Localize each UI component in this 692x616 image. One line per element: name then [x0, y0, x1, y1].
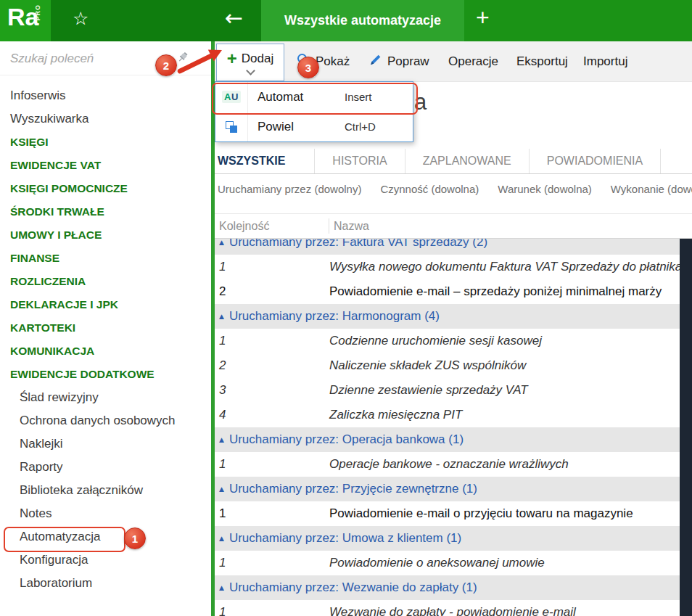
filter-warunek-dowolna[interactable]: Warunek (dowolna)	[498, 183, 592, 195]
toolbar-button-label: Operacje	[448, 54, 498, 69]
sidebar-item-komunikacja[interactable]: KOMUNIKACJA	[0, 340, 211, 363]
cell-kolejnosc: 1	[215, 329, 329, 353]
topbar-right-area	[464, 0, 692, 41]
grid-body: ▲Uruchamiany przez: Faktura VAT sprzedaż…	[215, 239, 692, 616]
group-label: Uruchamiany przez: Wezwanie do zapłaty (…	[229, 580, 477, 594]
automation-row[interactable]: 3Dzienne zestawienie sprzedaży VAT	[215, 378, 692, 403]
toolbar-button-importuj[interactable]: Importuj	[583, 41, 627, 81]
group-label: Uruchamiany przez: Operacja bankowa (1)	[229, 432, 464, 446]
sidebar-item-umowy-i-płace[interactable]: UMOWY I PŁACE	[0, 223, 211, 247]
filter-uruchamiany-przez-dowolny[interactable]: Uruchamiany przez (dowolny)	[218, 183, 361, 195]
sidebar-item-ochrona-danych-osobowych[interactable]: Ochrona danych osobowych	[0, 409, 211, 432]
menu-item-powiel[interactable]: PowielCtrl+D	[215, 112, 413, 141]
sidebar-item-rozliczenia[interactable]: ROZLICZENIA	[0, 270, 211, 293]
new-tab-button[interactable]: +	[476, 4, 490, 31]
cell-nazwa: Operacje bankowe - oznaczanie wrażliwych	[329, 457, 569, 471]
sidebar-item-księgi-pomocnicze[interactable]: KSIĘGI POMOCNICZE	[0, 177, 211, 200]
menu-item-shortcut: Insert	[345, 91, 372, 103]
filter-wykonanie-dowolne[interactable]: Wykonanie (dowolne)	[611, 183, 692, 195]
automation-row[interactable]: 2Naliczenie składek ZUS wspólników	[215, 353, 692, 378]
menu-item-label: Automat	[258, 90, 345, 104]
favorites-star-icon[interactable]: ☆	[73, 8, 88, 29]
group-row-uruchamiany-przez-umowa-z-klientem-1[interactable]: ▲Uruchamiany przez: Umowa z klientem (1)	[215, 526, 692, 551]
cell-nazwa: Wysyłka nowego dokumentu Faktura VAT Spr…	[329, 260, 682, 274]
menu-item-automat[interactable]: AUAutomatInsert	[215, 82, 413, 112]
view-tab-historia[interactable]: HISTORIA	[315, 149, 405, 173]
automation-row[interactable]: 1Operacje bankowe - oznaczanie wrażliwyc…	[215, 452, 692, 477]
cell-nazwa: Powiadomienie o aneksowanej umowie	[329, 556, 545, 570]
sidebar-item-środki-trwałe[interactable]: ŚRODKI TRWAŁE	[0, 200, 211, 223]
sidebar-item-infoserwis[interactable]: Infoserwis	[0, 84, 211, 107]
sidebar-item-konfiguracja[interactable]: Konfiguracja	[0, 549, 211, 572]
automation-row[interactable]: 1Wysyłka nowego dokumentu Faktura VAT Sp…	[215, 255, 692, 279]
automat-icon-letter-u: U	[231, 91, 239, 102]
annotation-badge-1: 1	[124, 527, 146, 549]
grid-header: Kolejność Nazwa	[215, 213, 692, 239]
collapse-triangle-icon: ▲	[219, 239, 224, 255]
sidebar-item-deklaracje-i-jpk[interactable]: DEKLARACJE I JPK	[0, 293, 211, 316]
sidebar-item-ewidencje-dodatkowe[interactable]: EWIDENCJE DODATKOWE	[0, 363, 211, 386]
group-row-uruchamiany-przez-operacja-bankowa-1[interactable]: ▲Uruchamiany przez: Operacja bankowa (1)	[215, 427, 692, 452]
toolbar-button-label: Importuj	[583, 54, 627, 69]
toolbar-button-eksportuj[interactable]: Eksportuj	[516, 41, 568, 81]
collapse-triangle-icon: ▲	[219, 477, 224, 501]
sidebar-item-biblioteka-załączników[interactable]: Biblioteka załączników	[0, 479, 211, 502]
sidebar-item-kartoteki[interactable]: KARTOTEKI	[0, 316, 211, 340]
sidebar-item-finanse[interactable]: FINANSE	[0, 247, 211, 270]
automation-row[interactable]: 1Powiadomienie e-mail o przyjęciu towaru…	[215, 501, 692, 526]
automation-row[interactable]: 1Powiadomienie o aneksowanej umowie	[215, 551, 692, 575]
view-tab-wszystkie[interactable]: WSZYSTKIE	[215, 149, 315, 173]
tab-wszystkie-automatyzacje[interactable]: Wszystkie automatyzacje	[261, 0, 464, 41]
sidebar-item-notes[interactable]: Notes	[0, 502, 211, 525]
automation-row[interactable]: 2Powiadomienie e-mail – sprzedaży poniże…	[215, 279, 692, 304]
column-header-kolejnosc[interactable]: Kolejność	[219, 214, 269, 238]
app-logo[interactable]: Ra PRO	[0, 0, 51, 41]
group-row-uruchamiany-przez-harmonogram-4[interactable]: ▲Uruchamiany przez: Harmonogram (4)	[215, 304, 692, 329]
group-label: Uruchamiany przez: Umowa z klientem (1)	[229, 531, 461, 545]
cell-kolejnosc: 1	[215, 255, 329, 279]
cell-kolejnosc: 2	[215, 279, 329, 304]
sidebar-item-wyszukiwarka[interactable]: Wyszukiwarka	[0, 107, 211, 131]
group-row-uruchamiany-przez-wezwanie-do-zapłaty-1[interactable]: ▲Uruchamiany przez: Wezwanie do zapłaty …	[215, 575, 692, 600]
toolbar-button-label: Popraw	[387, 54, 429, 69]
scrollbar[interactable]	[680, 239, 692, 616]
sidebar-item-ślad-rewizyjny[interactable]: Ślad rewizyjny	[0, 386, 211, 409]
automat-icon: AU	[222, 91, 241, 103]
toolbar: + Dodaj PokażPoprawOperacjeEksportujImpo…	[215, 41, 692, 82]
column-header-nazwa[interactable]: Nazwa	[334, 214, 369, 238]
sidebar-item-księgi[interactable]: KSIĘGI	[0, 131, 211, 154]
group-row-uruchamiany-przez-przyjęcie-zewnętrzne-1[interactable]: ▲Uruchamiany przez: Przyjęcie zewnętrzne…	[215, 477, 692, 501]
automation-row[interactable]: 1Wezwanie do zapłaty - powiadomienie e-m…	[215, 600, 692, 616]
search-input[interactable]	[9, 48, 142, 70]
toolbar-button-operacje[interactable]: Operacje	[448, 41, 498, 81]
grid-rows: ▲Uruchamiany przez: Faktura VAT sprzedaż…	[215, 239, 692, 616]
sidebar-item-laboratorium[interactable]: Laboratorium	[0, 572, 211, 595]
group-row-uruchamiany-przez-faktura-vat-sprzedaży-2[interactable]: ▲Uruchamiany przez: Faktura VAT sprzedaż…	[215, 239, 692, 255]
automation-row[interactable]: 4Zaliczka miesięczna PIT	[215, 403, 692, 427]
filter-czynność-dowolna[interactable]: Czynność (dowolna)	[380, 183, 479, 195]
cell-nazwa: Powiadomienie e-mail – sprzedaży poniżej…	[329, 284, 662, 298]
toolbar-button-popraw[interactable]: Popraw	[368, 41, 429, 81]
topbar: Ra PRO ☆ ← Wszystkie automatyzacje +	[0, 0, 692, 41]
view-tabs: WSZYSTKIEHISTORIAZAPLANOWANEPOWIADOMIENI…	[215, 149, 692, 174]
menu-item-shortcut: Ctrl+D	[345, 120, 376, 133]
annotation-badge-3: 3	[297, 57, 319, 78]
cell-kolejnosc: 3	[215, 378, 329, 403]
sidebar-item-raporty[interactable]: Raporty	[0, 456, 211, 479]
back-arrow-icon[interactable]: ←	[225, 5, 243, 30]
view-tab-zaplanowane[interactable]: ZAPLANOWANE	[405, 149, 530, 173]
view-tab-powiadomienia[interactable]: POWIADOMIENIA	[530, 149, 661, 173]
cell-nazwa: Naliczenie składek ZUS wspólników	[329, 358, 526, 372]
cell-nazwa: Wezwanie do zapłaty - powiadomienie e-ma…	[329, 605, 576, 616]
menu-item-label: Powiel	[258, 120, 345, 134]
sidebar-item-naklejki[interactable]: Naklejki	[0, 432, 211, 456]
automation-row[interactable]: 1Codzienne uruchomienie sesji kasowej	[215, 329, 692, 353]
add-button[interactable]: + Dodaj	[216, 44, 284, 81]
sidebar-item-ewidencje-vat[interactable]: EWIDENCJE VAT	[0, 154, 211, 177]
collapse-triangle-icon: ▲	[219, 526, 224, 551]
annotation-badge-2: 2	[155, 54, 177, 76]
add-button-label: Dodaj	[242, 52, 273, 66]
sidebar-item-automatyzacja[interactable]: Automatyzacja	[0, 525, 211, 549]
menu-item-icon-cell: AU	[215, 91, 247, 103]
pin-icon[interactable]	[177, 51, 189, 66]
